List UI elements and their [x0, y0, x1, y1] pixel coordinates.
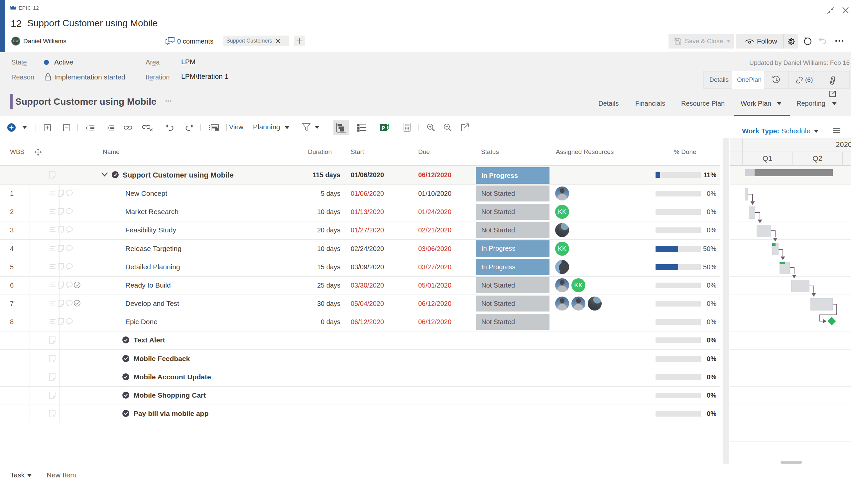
svg-text:P: P — [382, 125, 385, 131]
